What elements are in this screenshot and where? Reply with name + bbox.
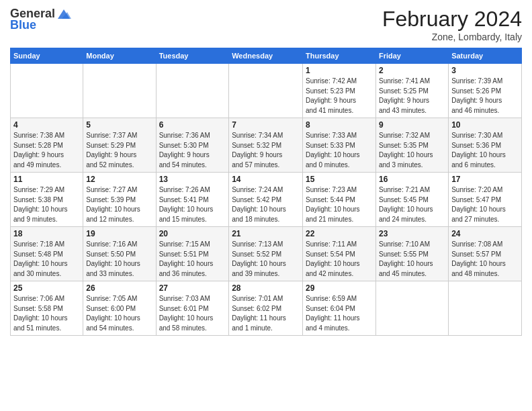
day-number: 2 <box>379 66 445 75</box>
day-number: 20 <box>159 229 226 238</box>
header: General Blue February 2024 Zone, Lombard… <box>10 7 522 42</box>
calendar-cell <box>449 281 522 336</box>
calendar-cell: 28Sunrise: 7:01 AM Sunset: 6:02 PM Dayli… <box>229 281 303 336</box>
calendar-cell <box>83 64 156 118</box>
day-number: 8 <box>306 120 373 130</box>
day-number: 22 <box>306 229 373 238</box>
logo: General Blue <box>10 7 71 32</box>
day-info: Sunrise: 7:30 AM Sunset: 5:36 PM Dayligh… <box>451 131 519 170</box>
day-info: Sunrise: 7:42 AM Sunset: 5:23 PM Dayligh… <box>306 77 373 116</box>
calendar-cell: 20Sunrise: 7:15 AM Sunset: 5:51 PM Dayli… <box>156 227 229 281</box>
day-number: 4 <box>13 120 80 130</box>
calendar-cell: 4Sunrise: 7:38 AM Sunset: 5:28 PM Daylig… <box>11 118 83 173</box>
calendar-cell <box>229 64 303 118</box>
calendar-cell <box>11 64 83 118</box>
calendar-cell: 15Sunrise: 7:23 AM Sunset: 5:44 PM Dayli… <box>303 173 376 227</box>
calendar-cell: 18Sunrise: 7:18 AM Sunset: 5:48 PM Dayli… <box>11 227 83 281</box>
calendar-cell: 11Sunrise: 7:29 AM Sunset: 5:38 PM Dayli… <box>11 173 83 227</box>
page: General Blue February 2024 Zone, Lombard… <box>0 0 532 411</box>
calendar-cell: 9Sunrise: 7:32 AM Sunset: 5:35 PM Daylig… <box>375 118 448 173</box>
day-info: Sunrise: 6:59 AM Sunset: 6:04 PM Dayligh… <box>306 294 373 333</box>
day-info: Sunrise: 7:18 AM Sunset: 5:48 PM Dayligh… <box>13 240 80 279</box>
day-info: Sunrise: 7:05 AM Sunset: 6:00 PM Dayligh… <box>86 294 152 333</box>
calendar-cell: 10Sunrise: 7:30 AM Sunset: 5:36 PM Dayli… <box>449 118 522 173</box>
day-info: Sunrise: 7:11 AM Sunset: 5:54 PM Dayligh… <box>306 240 373 279</box>
day-number: 27 <box>159 283 226 293</box>
day-number: 9 <box>379 120 445 130</box>
weekday-header-thursday: Thursday <box>303 48 376 64</box>
day-number: 18 <box>13 229 80 238</box>
day-info: Sunrise: 7:20 AM Sunset: 5:47 PM Dayligh… <box>451 185 519 224</box>
day-number: 5 <box>86 120 152 130</box>
day-number: 15 <box>306 175 373 184</box>
subtitle: Zone, Lombardy, Italy <box>382 32 522 42</box>
day-info: Sunrise: 7:01 AM Sunset: 6:02 PM Dayligh… <box>232 294 300 333</box>
day-number: 10 <box>451 120 519 130</box>
calendar-week-5: 25Sunrise: 7:06 AM Sunset: 5:58 PM Dayli… <box>11 281 522 336</box>
month-title: February 2024 <box>382 7 522 32</box>
day-number: 14 <box>232 175 300 184</box>
logo-icon <box>56 7 71 21</box>
day-info: Sunrise: 7:10 AM Sunset: 5:55 PM Dayligh… <box>379 240 445 279</box>
day-info: Sunrise: 7:32 AM Sunset: 5:35 PM Dayligh… <box>379 131 445 170</box>
calendar-week-4: 18Sunrise: 7:18 AM Sunset: 5:48 PM Dayli… <box>11 227 522 281</box>
weekday-header-tuesday: Tuesday <box>156 48 229 64</box>
calendar-week-1: 1Sunrise: 7:42 AM Sunset: 5:23 PM Daylig… <box>11 64 522 118</box>
day-info: Sunrise: 7:13 AM Sunset: 5:52 PM Dayligh… <box>232 240 300 279</box>
day-info: Sunrise: 7:41 AM Sunset: 5:25 PM Dayligh… <box>379 77 445 116</box>
calendar-cell: 13Sunrise: 7:26 AM Sunset: 5:41 PM Dayli… <box>156 173 229 227</box>
calendar-cell: 5Sunrise: 7:37 AM Sunset: 5:29 PM Daylig… <box>83 118 156 173</box>
calendar-cell: 27Sunrise: 7:03 AM Sunset: 6:01 PM Dayli… <box>156 281 229 336</box>
calendar-cell: 7Sunrise: 7:34 AM Sunset: 5:32 PM Daylig… <box>229 118 303 173</box>
day-info: Sunrise: 7:39 AM Sunset: 5:26 PM Dayligh… <box>451 77 519 116</box>
day-number: 19 <box>86 229 152 238</box>
calendar-cell: 16Sunrise: 7:21 AM Sunset: 5:45 PM Dayli… <box>375 173 448 227</box>
day-number: 24 <box>451 229 519 238</box>
day-info: Sunrise: 7:16 AM Sunset: 5:50 PM Dayligh… <box>86 240 152 279</box>
day-info: Sunrise: 7:03 AM Sunset: 6:01 PM Dayligh… <box>159 294 226 333</box>
calendar-cell: 17Sunrise: 7:20 AM Sunset: 5:47 PM Dayli… <box>449 173 522 227</box>
calendar-cell: 19Sunrise: 7:16 AM Sunset: 5:50 PM Dayli… <box>83 227 156 281</box>
day-number: 6 <box>159 120 226 130</box>
weekday-header-friday: Friday <box>375 48 448 64</box>
day-number: 16 <box>379 175 445 184</box>
day-info: Sunrise: 7:36 AM Sunset: 5:30 PM Dayligh… <box>159 131 226 170</box>
day-number: 7 <box>232 120 300 130</box>
day-info: Sunrise: 7:27 AM Sunset: 5:39 PM Dayligh… <box>86 185 152 224</box>
day-info: Sunrise: 7:24 AM Sunset: 5:42 PM Dayligh… <box>232 185 300 224</box>
day-info: Sunrise: 7:37 AM Sunset: 5:29 PM Dayligh… <box>86 131 152 170</box>
calendar-cell: 25Sunrise: 7:06 AM Sunset: 5:58 PM Dayli… <box>11 281 83 336</box>
weekday-header-saturday: Saturday <box>449 48 522 64</box>
day-info: Sunrise: 7:23 AM Sunset: 5:44 PM Dayligh… <box>306 185 373 224</box>
day-number: 1 <box>306 66 373 75</box>
calendar-cell: 1Sunrise: 7:42 AM Sunset: 5:23 PM Daylig… <box>303 64 376 118</box>
day-number: 13 <box>159 175 226 184</box>
calendar-cell: 14Sunrise: 7:24 AM Sunset: 5:42 PM Dayli… <box>229 173 303 227</box>
title-block: February 2024 Zone, Lombardy, Italy <box>382 7 522 42</box>
calendar-cell: 6Sunrise: 7:36 AM Sunset: 5:30 PM Daylig… <box>156 118 229 173</box>
logo-blue-text: Blue <box>10 19 36 32</box>
calendar-table: SundayMondayTuesdayWednesdayThursdayFrid… <box>10 48 522 336</box>
calendar-cell <box>156 64 229 118</box>
calendar-week-2: 4Sunrise: 7:38 AM Sunset: 5:28 PM Daylig… <box>11 118 522 173</box>
day-number: 23 <box>379 229 445 238</box>
weekday-header-row: SundayMondayTuesdayWednesdayThursdayFrid… <box>11 48 522 64</box>
day-number: 29 <box>306 283 373 293</box>
calendar-cell: 26Sunrise: 7:05 AM Sunset: 6:00 PM Dayli… <box>83 281 156 336</box>
calendar-week-3: 11Sunrise: 7:29 AM Sunset: 5:38 PM Dayli… <box>11 173 522 227</box>
day-number: 28 <box>232 283 300 293</box>
day-number: 3 <box>451 66 519 75</box>
day-info: Sunrise: 7:33 AM Sunset: 5:33 PM Dayligh… <box>306 131 373 170</box>
calendar-cell: 24Sunrise: 7:08 AM Sunset: 5:57 PM Dayli… <box>449 227 522 281</box>
day-number: 25 <box>13 283 80 293</box>
day-info: Sunrise: 7:15 AM Sunset: 5:51 PM Dayligh… <box>159 240 226 279</box>
day-number: 21 <box>232 229 300 238</box>
day-info: Sunrise: 7:06 AM Sunset: 5:58 PM Dayligh… <box>13 294 80 333</box>
calendar-cell: 21Sunrise: 7:13 AM Sunset: 5:52 PM Dayli… <box>229 227 303 281</box>
weekday-header-monday: Monday <box>83 48 156 64</box>
calendar-cell: 23Sunrise: 7:10 AM Sunset: 5:55 PM Dayli… <box>375 227 448 281</box>
calendar-cell <box>375 281 448 336</box>
calendar-cell: 22Sunrise: 7:11 AM Sunset: 5:54 PM Dayli… <box>303 227 376 281</box>
day-info: Sunrise: 7:38 AM Sunset: 5:28 PM Dayligh… <box>13 131 80 170</box>
day-info: Sunrise: 7:08 AM Sunset: 5:57 PM Dayligh… <box>451 240 519 279</box>
